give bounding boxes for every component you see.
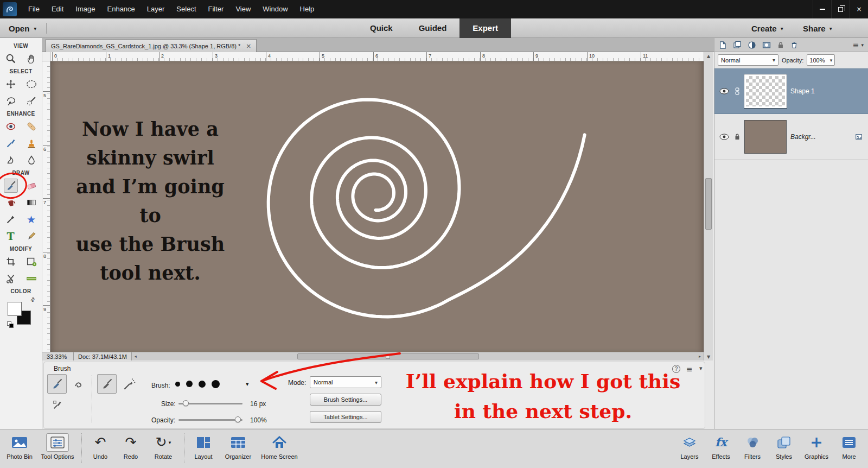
scroll-right-icon[interactable]: ▸ bbox=[696, 352, 704, 361]
layer-opacity-field[interactable]: 100% ▾ bbox=[807, 54, 835, 66]
zoom-tool[interactable] bbox=[4, 52, 18, 66]
vertical-scroll-thumb[interactable] bbox=[705, 178, 712, 230]
close-tab-icon[interactable]: × bbox=[246, 42, 251, 50]
menu-image[interactable]: Image bbox=[69, 0, 101, 18]
lasso-tool[interactable] bbox=[4, 94, 18, 108]
eyedropper-tool[interactable] bbox=[4, 212, 18, 226]
visibility-toggle[interactable] bbox=[718, 134, 730, 140]
adjustment-layer-icon[interactable] bbox=[748, 41, 756, 49]
redo-button[interactable]: ↷ Redo bbox=[116, 429, 146, 460]
menu-enhance[interactable]: Enhance bbox=[101, 0, 141, 18]
tab-expert[interactable]: Expert bbox=[459, 18, 511, 38]
create-button[interactable]: Create ▾ bbox=[751, 18, 783, 38]
hand-tool[interactable] bbox=[24, 52, 39, 66]
graphics-button[interactable]: + Graphics bbox=[800, 429, 833, 460]
blend-mode-select[interactable]: Normal ▾ bbox=[310, 376, 381, 388]
effects-button[interactable]: fx Effects bbox=[705, 429, 737, 460]
eraser-tool[interactable] bbox=[24, 179, 39, 193]
layer-blend-mode-select[interactable]: Normal ▾ bbox=[718, 54, 778, 66]
red-eye-removal-tool[interactable] bbox=[4, 119, 18, 134]
undo-button[interactable]: ↶ Undo bbox=[85, 429, 116, 460]
content-aware-move-tool[interactable] bbox=[4, 271, 18, 286]
panel-menu-icon[interactable]: ≡ bbox=[853, 41, 859, 49]
impressionist-brush-button[interactable] bbox=[71, 376, 86, 391]
size-slider[interactable] bbox=[178, 400, 242, 407]
layer-thumbnail[interactable] bbox=[744, 120, 787, 154]
opacity-slider[interactable] bbox=[178, 416, 242, 423]
document-tab[interactable]: GS_RareDiamonds_GS_Cardstock_1.jpg @ 33.… bbox=[46, 39, 257, 52]
smart-brush-tool[interactable] bbox=[4, 136, 18, 150]
new-group-icon[interactable] bbox=[733, 41, 742, 49]
tab-guided[interactable]: Guided bbox=[406, 18, 460, 38]
document-canvas[interactable]: Now I have a skinny swirl and I’m going … bbox=[50, 61, 704, 352]
recompose-tool[interactable] bbox=[24, 255, 39, 269]
color-replacement-brush-button[interactable] bbox=[50, 398, 65, 412]
foreground-color-swatch[interactable] bbox=[8, 302, 22, 316]
lock-icon[interactable] bbox=[777, 41, 784, 49]
scroll-left-icon[interactable]: ◂ bbox=[132, 352, 139, 361]
layer-row-background[interactable]: Backgr... bbox=[714, 114, 868, 160]
smudge-tool[interactable] bbox=[4, 153, 18, 167]
new-layer-icon[interactable] bbox=[719, 41, 727, 49]
horizontal-scrollbar[interactable]: ◂ ▸ bbox=[132, 352, 704, 361]
close-button[interactable]: × bbox=[850, 0, 868, 18]
type-tool[interactable]: T bbox=[4, 229, 18, 243]
brush-preset-picker[interactable] bbox=[175, 376, 240, 391]
tool-options-button[interactable]: Tool Options bbox=[37, 429, 78, 460]
layer-name[interactable]: Shape 1 bbox=[790, 87, 815, 95]
menu-help[interactable]: Help bbox=[294, 0, 321, 18]
layer-thumbnail[interactable] bbox=[744, 74, 787, 108]
slider-thumb[interactable] bbox=[235, 416, 241, 422]
slider-thumb[interactable] bbox=[183, 400, 189, 406]
zoom-level-field[interactable]: 33.33% bbox=[42, 352, 74, 361]
brush-settings-button[interactable]: Brush Settings... bbox=[310, 394, 381, 406]
photo-bin-button[interactable]: Photo Bin bbox=[2, 429, 37, 460]
layer-name[interactable]: Backgr... bbox=[790, 133, 816, 141]
default-colors-icon[interactable] bbox=[7, 321, 14, 328]
brush-variant-button[interactable] bbox=[47, 374, 67, 394]
menu-file[interactable]: File bbox=[22, 0, 46, 18]
chevron-down-icon[interactable]: ▾ bbox=[861, 42, 864, 48]
clone-stamp-tool[interactable] bbox=[24, 136, 39, 150]
shape-tool[interactable]: ★ bbox=[24, 212, 39, 226]
share-button[interactable]: Share ▾ bbox=[803, 18, 832, 38]
layout-button[interactable]: Layout bbox=[188, 429, 219, 460]
gradient-tool[interactable] bbox=[24, 195, 39, 210]
tablet-settings-button[interactable]: Tablet Settings... bbox=[310, 411, 381, 423]
brush-tool[interactable] bbox=[4, 179, 18, 193]
spot-healing-brush-tool[interactable] bbox=[24, 119, 39, 134]
layers-button[interactable]: Layers bbox=[674, 429, 705, 460]
scroll-up-icon[interactable]: ▲ bbox=[704, 52, 713, 60]
blur-tool[interactable] bbox=[24, 153, 39, 167]
styles-button[interactable]: Styles bbox=[768, 429, 800, 460]
airbrush-mode-button[interactable] bbox=[121, 376, 137, 393]
swap-colors-icon[interactable]: ⇄ bbox=[29, 296, 36, 303]
open-button[interactable]: Open ▾ bbox=[9, 18, 47, 38]
visibility-toggle[interactable] bbox=[718, 88, 730, 94]
pencil-tool[interactable] bbox=[24, 229, 39, 243]
brush-mode-button[interactable] bbox=[97, 374, 117, 394]
move-tool[interactable] bbox=[4, 77, 18, 91]
horizontal-scroll-thumb[interactable] bbox=[297, 353, 479, 359]
organizer-button[interactable]: Organizer bbox=[219, 429, 257, 460]
elliptical-marquee-tool[interactable] bbox=[24, 77, 39, 91]
straighten-tool[interactable] bbox=[24, 271, 39, 286]
minimize-button[interactable] bbox=[813, 0, 831, 18]
delete-layer-icon[interactable] bbox=[790, 41, 798, 49]
menu-layer[interactable]: Layer bbox=[141, 0, 171, 18]
menu-select[interactable]: Select bbox=[170, 0, 202, 18]
vertical-scrollbar[interactable]: ▲ ▼ bbox=[704, 52, 713, 361]
menu-filter[interactable]: Filter bbox=[202, 0, 230, 18]
tab-quick[interactable]: Quick bbox=[357, 18, 406, 38]
restore-button[interactable] bbox=[831, 0, 850, 18]
more-button[interactable]: More bbox=[833, 429, 865, 460]
home-screen-button[interactable]: Home Screen bbox=[257, 429, 302, 460]
filters-button[interactable]: Filters bbox=[737, 429, 768, 460]
quick-selection-tool[interactable] bbox=[24, 94, 39, 108]
menu-edit[interactable]: Edit bbox=[46, 0, 69, 18]
paint-bucket-tool[interactable] bbox=[4, 195, 18, 210]
chevron-down-icon[interactable]: ▾ bbox=[246, 381, 249, 388]
crop-tool[interactable] bbox=[4, 255, 18, 269]
layer-row-shape-1[interactable]: Shape 1 bbox=[714, 68, 868, 114]
rotate-button[interactable]: ↻▾ Rotate bbox=[146, 429, 181, 460]
